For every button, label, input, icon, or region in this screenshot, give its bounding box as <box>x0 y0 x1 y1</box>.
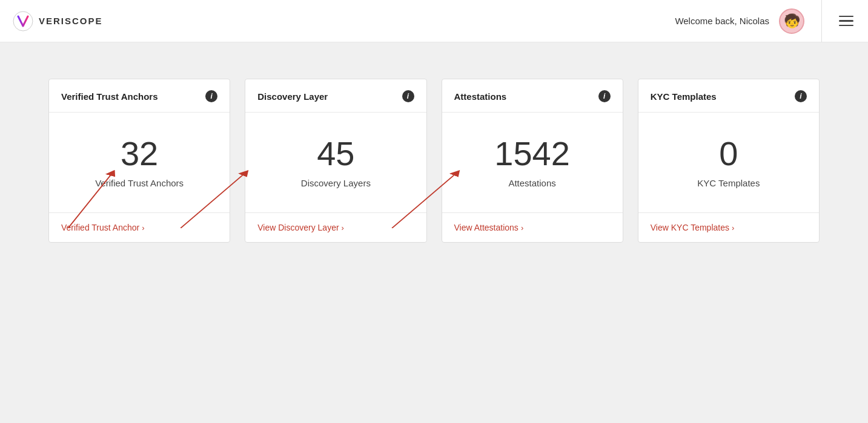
card-header-kyc: KYC Templates i <box>638 79 819 113</box>
chevron-icon-att: › <box>521 223 523 232</box>
card-label-kyc: KYC Templates <box>697 178 760 188</box>
logo-area: VERISCOPE <box>12 10 103 32</box>
hamburger-menu-icon[interactable] <box>839 16 853 27</box>
card-footer-kyc: View KYC Templates › <box>638 212 819 242</box>
card-title-att: Attestations <box>454 91 507 102</box>
chevron-icon-dl: › <box>342 223 344 232</box>
card-number-vta: 32 <box>121 137 158 171</box>
card-title-dl: Discovery Layer <box>257 91 328 102</box>
info-icon-kyc[interactable]: i <box>795 90 807 102</box>
card-body-vta: 32 Verified Trust Anchors <box>49 113 230 212</box>
card-body-kyc: 0 KYC Templates <box>638 113 819 212</box>
info-icon-vta[interactable]: i <box>205 90 217 102</box>
card-header-dl: Discovery Layer i <box>245 79 426 113</box>
card-number-att: 1542 <box>494 137 570 171</box>
card-kyc-templates: KYC Templates i 0 KYC Templates View KYC… <box>638 79 820 243</box>
info-icon-att[interactable]: i <box>598 90 611 102</box>
info-icon-dl[interactable]: i <box>402 90 414 102</box>
card-link-text-dl: View Discovery Layer <box>257 223 339 232</box>
chevron-icon-kyc: › <box>732 223 734 232</box>
card-link-text-vta: Verified Trust Anchor <box>61 223 139 232</box>
chevron-icon-vta: › <box>142 223 144 232</box>
card-number-kyc: 0 <box>719 137 738 171</box>
veriscope-logo-icon <box>12 10 34 32</box>
card-footer-dl: View Discovery Layer › <box>245 212 426 242</box>
card-body-dl: 45 Discovery Layers <box>245 113 426 212</box>
card-title-kyc: KYC Templates <box>651 91 717 102</box>
header-right: Welcome back, Nicolas 🧒 <box>675 0 853 42</box>
card-label-vta: Verified Trust Anchors <box>95 178 184 188</box>
card-link-dl[interactable]: View Discovery Layer › <box>257 223 414 232</box>
menu-line-2 <box>839 20 853 22</box>
card-header-vta: Verified Trust Anchors i <box>49 79 230 113</box>
card-footer-att: View Attestations › <box>442 212 623 242</box>
card-discovery-layer: Discovery Layer i 45 Discovery Layers Vi… <box>245 79 426 243</box>
menu-line-3 <box>839 25 853 27</box>
card-link-att[interactable]: View Attestations › <box>454 223 611 232</box>
header: VERISCOPE Welcome back, Nicolas 🧒 <box>0 0 868 42</box>
card-link-vta[interactable]: Verified Trust Anchor › <box>61 223 217 232</box>
card-label-att: Attestations <box>508 178 555 188</box>
avatar[interactable]: 🧒 <box>779 8 804 34</box>
card-attestations: Attestations i 1542 Attestations View At… <box>442 79 623 243</box>
card-number-dl: 45 <box>317 137 354 171</box>
card-footer-vta: Verified Trust Anchor › <box>49 212 230 242</box>
card-link-text-att: View Attestations <box>454 223 518 232</box>
main-content: Verified Trust Anchors i 32 Verified Tru… <box>0 42 868 279</box>
card-link-text-kyc: View KYC Templates <box>651 223 729 232</box>
card-link-kyc[interactable]: View KYC Templates › <box>651 223 807 232</box>
header-divider <box>821 0 822 42</box>
logo-text: VERISCOPE <box>39 16 103 26</box>
welcome-message: Welcome back, Nicolas <box>675 16 769 26</box>
card-header-att: Attestations i <box>442 79 623 113</box>
card-title-vta: Verified Trust Anchors <box>61 91 158 102</box>
menu-line-1 <box>839 16 853 18</box>
card-verified-trust-anchors: Verified Trust Anchors i 32 Verified Tru… <box>48 79 230 243</box>
card-label-dl: Discovery Layers <box>301 178 371 188</box>
avatar-image: 🧒 <box>784 13 800 29</box>
svg-point-0 <box>13 11 33 31</box>
card-body-att: 1542 Attestations <box>442 113 623 212</box>
